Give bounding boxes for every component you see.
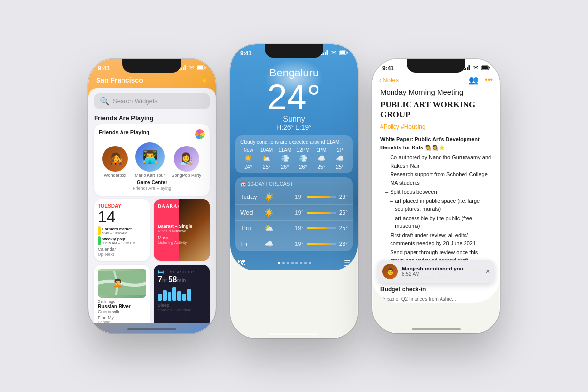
sleep-bar-6 [182, 294, 186, 301]
cal-dot-yellow [98, 226, 101, 235]
music-widget: BAARAAT ♫ Baaraat – Single Ritviz & Nucl… [154, 199, 210, 261]
forecast-high-3: 26° [339, 241, 348, 247]
map-icon[interactable]: 🗺 [237, 259, 245, 268]
search-placeholder: Search Widgets [113, 98, 158, 105]
notif-avatar: 👨 [382, 264, 398, 279]
search-icon: 🔍 [100, 97, 110, 106]
weather-hl: H:26° L:19° [230, 123, 358, 131]
weather-alert: Cloudy conditions are expected around 11… [240, 139, 348, 145]
avatar-wonderbox: 🧑‍🎤 Wonderbox [102, 146, 128, 178]
time-1: 9:41 [98, 65, 110, 72]
time-3: 9:41 [382, 65, 394, 72]
notch-2 [265, 44, 323, 58]
bullet-text-3: Split focus between [390, 188, 437, 196]
weather-toolbar: 🗺 ☰ [230, 255, 358, 270]
svg-rect-18 [469, 65, 470, 70]
cal-event-time-2: 11:15 AM – 12:15 PM [102, 241, 135, 245]
forecast-day-0: Today [240, 193, 262, 200]
notch-1 [122, 59, 181, 73]
notes-nav: ‹ Notes 👥 ••• [372, 74, 500, 88]
avatar-name-mario: Mario Kart Tour [135, 173, 165, 178]
dot-4 [295, 262, 298, 264]
cal-event-title-1: Farmers market [102, 227, 132, 231]
cal-events: Farmers market9:45 – 10:45 AM Weekly pre… [98, 226, 146, 245]
cal-event-2: Weekly prep11:15 AM – 12:15 PM [98, 236, 146, 245]
forecast-high-1: 26° [339, 209, 348, 216]
cal-event-time-1: 9:45 – 10:45 AM [102, 231, 132, 235]
notes-share-icon[interactable]: 👥 [469, 75, 479, 85]
bullet-text-1: Co-authored by Nanditho Guruswamy and Ra… [390, 153, 492, 170]
status-icons-1 [179, 65, 206, 71]
hour-icon-5: ☁️ [336, 154, 344, 162]
notes-back-label: Notes [382, 76, 399, 84]
battery-icon-1 [197, 65, 206, 71]
sleep-sub: Data and Schedule [158, 308, 206, 312]
home-indicator-1 [127, 328, 176, 330]
game-center-widget: Friends Are Playing 🧑‍🎤 Wonderbox 👨‍💻 Ma… [94, 124, 210, 196]
notification-bar[interactable]: 👨 Manjesh mentioned you. 8:52 AM ✕ [377, 260, 495, 283]
hour-temp-1: 25° [263, 164, 271, 170]
notes-more-icon[interactable]: ••• [485, 75, 493, 85]
star-icon: ★ [201, 76, 208, 84]
dot-1 [282, 262, 285, 264]
weather-hourly-card: Cloudy conditions are expected around 11… [235, 135, 353, 173]
hour-temp-4: 25° [318, 164, 326, 170]
time-2: 9:41 [240, 50, 252, 57]
hour-icon-4: ☁️ [317, 154, 325, 162]
sleep-label: TIME ASLEEP [166, 270, 194, 274]
forecast-header-label: 10-DAY FORECAST [248, 181, 293, 187]
bullet-nested-2: – art accessible by the public (free mus… [380, 214, 492, 230]
widget-row-cal-music: TUESDAY 14 Farmers market9:45 – 10:45 AM… [94, 199, 210, 261]
avatar-mario: 👨‍💻 Mario Kart Tour [135, 142, 165, 178]
findmy-pin: 🧑‍🦱 [113, 278, 122, 288]
forecast-day-1: Wed [240, 209, 262, 216]
weather-dots [278, 262, 311, 264]
phone-widgets: 9:41 San Francisco ★ [88, 59, 216, 333]
cal-dot-green [98, 236, 101, 245]
notif-time: 8:52 AM [402, 271, 481, 277]
notif-close-icon[interactable]: ✕ [485, 268, 490, 275]
svg-rect-6 [205, 67, 206, 69]
home-indicator-2 [270, 333, 318, 335]
notif-name: Manjesh mentioned you. [402, 266, 481, 271]
svg-rect-5 [197, 66, 203, 69]
hourly-scroll: Now ☀️ 24° 10AM ⛅ 25° 11AM 💨 26° [240, 147, 348, 170]
svg-rect-10 [325, 52, 326, 55]
music-title: Baaraat – Single [158, 224, 206, 229]
cal-footer: Calendar [98, 247, 146, 252]
cal-sub: Up Next [98, 252, 146, 257]
forecast-fri: Fri ☁️ 19° 26° [235, 236, 353, 251]
wifi-icon-3 [472, 65, 479, 71]
forecast-icon-3: ☁️ [264, 239, 274, 248]
forecast-range-1: 19° 26° [274, 209, 348, 216]
svg-rect-16 [466, 68, 467, 70]
svg-rect-17 [467, 67, 468, 70]
notes-back-button[interactable]: ‹ Notes [379, 76, 399, 84]
cal-date: 14 [98, 209, 146, 224]
game-center-footer: Game Center Friends Are Playing [99, 180, 205, 191]
svg-rect-3 [185, 65, 186, 70]
forecast-high-0: 26° [339, 194, 348, 200]
list-icon[interactable]: ☰ [344, 258, 351, 268]
budget-detail: Recap of Q2 finances from Ashie... [380, 295, 492, 303]
sleep-bar-4 [172, 287, 176, 301]
hour-temp-2: 26° [281, 164, 289, 170]
widgets-scroll[interactable]: 🔍 Search Widgets Friends Are Playing Fri… [88, 88, 216, 323]
section-title: Friends Are Playing [94, 114, 210, 122]
hour-12pm: 12PM 💨 26° [295, 147, 311, 170]
sleep-bar-5 [177, 291, 181, 301]
sleep-icon: 🛏 [158, 269, 164, 275]
avatar-name-songpop: SongPop Party [172, 173, 201, 178]
sleep-bars [158, 286, 206, 301]
findmy-widget: 🧑‍🦱 2 min ago Russian River Guerneville … [94, 265, 150, 323]
note-title: Monday Morning Meeting [380, 88, 492, 96]
widget-row-findmy-sleep: 🧑‍🦱 2 min ago Russian River Guerneville … [94, 265, 210, 323]
search-bar[interactable]: 🔍 Search Widgets [94, 93, 210, 109]
forecast-range-2: 19° 25° [274, 225, 348, 232]
forecast-low-2: 19° [295, 225, 304, 232]
findmy-place: Russian River [98, 304, 146, 309]
dot-6 [304, 262, 307, 264]
bullet-4: – First draft under review; all edits/ c… [380, 231, 492, 247]
calendar-icon-weather: 📅 [240, 181, 246, 187]
svg-rect-14 [347, 52, 348, 54]
